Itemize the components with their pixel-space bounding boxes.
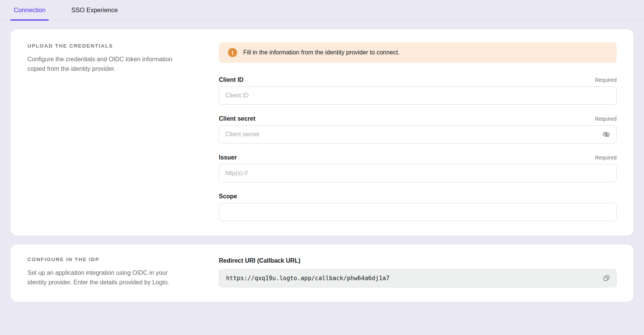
credentials-form: ! Fill in the information from the ident…: [219, 42, 617, 221]
issuer-field: Issuer Required: [219, 154, 617, 182]
credentials-section-intro: UPLOAD THE CREDENTIALS Configure the cre…: [27, 42, 187, 221]
issuer-label: Issuer: [219, 154, 237, 161]
alert-icon: !: [228, 48, 237, 57]
scope-label: Scope: [219, 193, 237, 200]
issuer-input[interactable]: [219, 164, 617, 182]
scope-input[interactable]: [219, 203, 617, 221]
idp-form: Redirect URI (Callback URL) https://qxq1…: [219, 256, 617, 287]
idp-section-title: CONFIGURE IN THE IDP: [27, 257, 187, 262]
client-secret-field: Client secret Required: [219, 115, 617, 144]
tab-bar: Connection SSO Experience: [0, 0, 644, 21]
redirect-uri-label: Redirect URI (Callback URL): [219, 257, 617, 264]
tab-connection[interactable]: Connection: [10, 0, 49, 20]
alert-banner: ! Fill in the information from the ident…: [219, 42, 617, 63]
copy-redirect-uri-button[interactable]: [601, 273, 612, 284]
redirect-uri-value: https://qxq19u.logto.app/callback/phw64a…: [226, 275, 601, 282]
toggle-secret-visibility-button[interactable]: [601, 129, 612, 140]
credentials-section-description: Configure the credentials and OIDC token…: [27, 54, 184, 73]
alert-banner-text: Fill in the information from the identit…: [243, 49, 400, 56]
tab-connection-label: Connection: [14, 6, 45, 14]
client-secret-input[interactable]: [219, 125, 617, 144]
credentials-card: UPLOAD THE CREDENTIALS Configure the cre…: [11, 29, 633, 236]
credentials-section-title: UPLOAD THE CREDENTIALS: [27, 43, 187, 49]
main-content: UPLOAD THE CREDENTIALS Configure the cre…: [0, 21, 644, 302]
copy-icon: [603, 274, 610, 282]
client-id-label: Client ID: [219, 77, 244, 83]
idp-section-description: Set up an application integration using …: [27, 268, 184, 287]
client-secret-label: Client secret: [219, 115, 255, 122]
client-id-field: Client ID Required: [219, 77, 617, 105]
idp-section-intro: CONFIGURE IN THE IDP Set up an applicati…: [27, 256, 187, 287]
idp-card: CONFIGURE IN THE IDP Set up an applicati…: [11, 244, 633, 302]
scope-field: Scope: [219, 193, 617, 221]
eye-off-icon: [602, 130, 611, 139]
client-id-required-badge: Required: [595, 77, 617, 83]
client-id-input[interactable]: [219, 86, 617, 105]
tab-sso-experience[interactable]: SSO Experience: [68, 0, 121, 20]
tab-sso-experience-label: SSO Experience: [71, 6, 118, 14]
client-secret-required-badge: Required: [595, 116, 617, 122]
issuer-required-badge: Required: [595, 155, 617, 161]
redirect-uri-readonly-field: https://qxq19u.logto.app/callback/phw64a…: [219, 269, 617, 287]
